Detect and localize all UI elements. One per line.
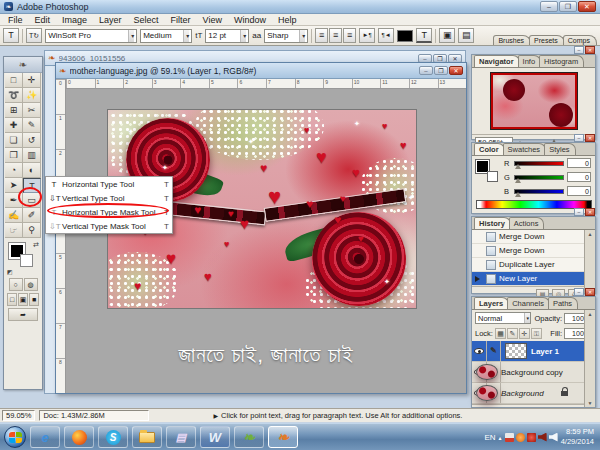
palette-close-button[interactable]: ✕ [585, 208, 595, 216]
palette-tab[interactable]: Styles [544, 143, 575, 155]
ltr-paragraph-icon[interactable]: ►¶ [359, 28, 375, 43]
security-icon[interactable] [527, 433, 536, 442]
palette-minimize-button[interactable]: – [574, 134, 584, 142]
zoom-tool[interactable]: ⚲ [23, 223, 41, 238]
rectangular-marquee-tool[interactable]: □ [5, 73, 23, 88]
palette-minimize-button[interactable]: – [574, 208, 584, 216]
menu-item[interactable]: Image [56, 15, 93, 25]
slice-tool[interactable]: ✂ [23, 103, 41, 118]
type-tool-preset-button[interactable]: T [3, 28, 19, 43]
word-icon[interactable]: W [200, 426, 230, 448]
palette-tab[interactable]: Color [474, 143, 505, 155]
dodge-tool[interactable]: ◐ [23, 163, 41, 178]
standard-mode-button[interactable]: ○ [9, 278, 23, 291]
flyout-menu-item[interactable]: ⇩T Vertical Type Mask Tool T [46, 219, 172, 233]
lock-transparency-icon[interactable]: ▦ [495, 328, 506, 339]
clock[interactable]: 8:59 PM 4/29/2014 [561, 427, 596, 447]
windows-explorer-icon[interactable] [132, 426, 162, 448]
palette-minimize-button[interactable]: – [574, 46, 584, 54]
palette-close-button[interactable]: ✕ [585, 46, 595, 54]
channel-value-field[interactable]: 0 [567, 172, 591, 182]
flyout-menu-item[interactable]: T Horizontal Type Tool T [46, 177, 172, 191]
bengali-text-layer[interactable]: জানতে চাই, জানাতে চাই [76, 343, 456, 367]
swap-colors-icon[interactable]: ⇄ [33, 241, 39, 249]
history-state-row[interactable]: New Layer [472, 272, 584, 286]
lock-position-icon[interactable]: ✛ [519, 328, 530, 339]
palette-well-tab[interactable]: Brushes [493, 35, 531, 45]
crop-tool[interactable]: ⊞ [5, 103, 23, 118]
channel-slider[interactable] [514, 189, 564, 194]
background-color-swatch[interactable] [20, 254, 33, 267]
align-left-icon[interactable]: ≡ [315, 28, 328, 43]
font-style-select[interactable]: Medium▾ [140, 29, 192, 43]
history-state-row[interactable]: Merge Down [472, 244, 584, 258]
menu-item[interactable]: File [2, 15, 29, 25]
palette-color-wells[interactable] [476, 160, 498, 182]
rectangle-tool[interactable]: ▭ [23, 193, 41, 208]
standard-screen-button[interactable]: □ [7, 293, 17, 306]
flyout-menu-item[interactable]: T Horizontal Type Mask Tool T [46, 205, 172, 219]
skype-icon[interactable]: S [98, 426, 128, 448]
palette-tab[interactable]: Swatches [503, 143, 547, 155]
palette-well-tab[interactable]: Comps [563, 35, 597, 45]
internet-explorer-icon[interactable]: e [30, 426, 60, 448]
winrar-icon[interactable]: ▤ [166, 426, 196, 448]
zoom-percentage-field[interactable]: 59.05% [2, 410, 35, 421]
history-state-row[interactable]: Merge Down [472, 230, 584, 244]
palette-close-button[interactable]: ✕ [585, 134, 595, 142]
navigator-thumbnail[interactable] [491, 73, 577, 129]
eyedropper-tool[interactable]: ✐ [23, 208, 41, 223]
file-browser-icon[interactable]: ▤ [458, 28, 474, 43]
pen-tool[interactable]: ✒ [5, 193, 23, 208]
layer-row[interactable]: Background copy [472, 362, 584, 383]
rtl-paragraph-icon[interactable]: ¶◄ [378, 28, 394, 43]
close-button[interactable]: ✕ [578, 1, 596, 12]
palette-tab[interactable]: Actions [509, 217, 545, 229]
palette-tab[interactable]: Histogram [539, 55, 584, 67]
canvas-pasteboard[interactable]: ♥♥♥♥♥♥♥♥♥♥♥♥♥♥♥♥♥♥♥ ✦✦✦✦✦✦ জানতে চাই, জা… [66, 89, 466, 393]
healing-brush-tool[interactable]: ✚ [5, 118, 23, 133]
align-center-icon[interactable]: ≡ [329, 28, 342, 43]
eraser-tool[interactable]: ❒ [5, 148, 23, 163]
layer-row[interactable]: ✎ Layer 1 [472, 341, 584, 362]
restore-button[interactable]: ❐ [434, 66, 448, 75]
menu-item[interactable]: Help [272, 15, 303, 25]
menu-item[interactable]: Edit [29, 15, 57, 25]
fullscreen-menubar-button[interactable]: ▣ [18, 293, 28, 306]
update-icon[interactable] [516, 433, 525, 442]
menu-item[interactable]: Layer [93, 15, 128, 25]
layer-row[interactable]: Background [472, 383, 584, 404]
menu-item[interactable]: Filter [165, 15, 197, 25]
clone-stamp-tool[interactable]: ❏ [5, 133, 23, 148]
move-tool[interactable]: ✛ [23, 73, 41, 88]
document-titlebar[interactable]: ❧ mother-language.jpg @ 59.1% (Layer 1, … [56, 63, 466, 79]
palette-minimize-button[interactable]: – [574, 288, 584, 296]
minimize-button[interactable]: – [419, 66, 433, 75]
photoshop-cs-icon[interactable]: ❧ [268, 426, 298, 448]
toolbox-header[interactable]: ❧ [4, 57, 42, 73]
palette-tab[interactable]: Info [518, 55, 542, 67]
blend-mode-select[interactable]: Normal▾ [475, 312, 531, 324]
jump-to-imageready-button[interactable]: ➦ [8, 308, 38, 321]
close-button[interactable]: ✕ [449, 66, 463, 75]
menu-item[interactable]: View [197, 15, 228, 25]
photoshop-7-icon[interactable]: ❧ [234, 426, 264, 448]
menu-item[interactable]: Select [128, 15, 165, 25]
type-tool[interactable]: T [23, 178, 41, 193]
brush-tool[interactable]: ✎ [23, 118, 41, 133]
document-size-indicator[interactable]: Doc: 1.43M/2.86M [39, 410, 149, 421]
gradient-tool[interactable]: ▥ [23, 148, 41, 163]
hidden-icons-button[interactable]: ▴ [499, 434, 502, 441]
anti-alias-select[interactable]: Sharp▾ [264, 29, 308, 43]
lock-image-icon[interactable]: ✎ [507, 328, 518, 339]
default-colors-icon[interactable]: ◩ [7, 268, 13, 275]
start-button[interactable] [4, 426, 26, 448]
palette-tab[interactable]: Paths [548, 297, 578, 309]
firefox-icon[interactable] [64, 426, 94, 448]
flyout-menu-item[interactable]: ⇩T Vertical Type Tool T [46, 191, 172, 205]
lock-all-icon[interactable]: ⚿ [531, 328, 542, 339]
channel-value-field[interactable]: 0 [567, 158, 591, 168]
blur-tool[interactable]: ◔ [5, 163, 23, 178]
text-color-swatch[interactable] [397, 30, 413, 42]
history-state-row[interactable]: Duplicate Layer [472, 258, 584, 272]
